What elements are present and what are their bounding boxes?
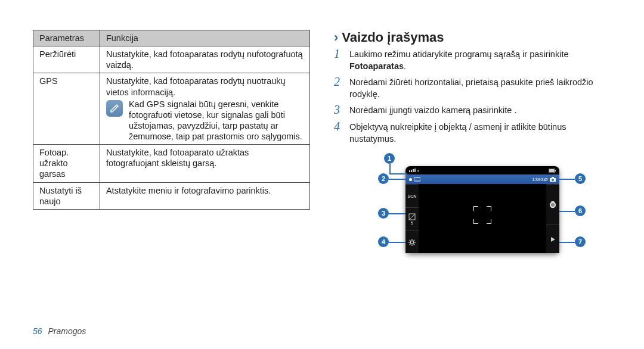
step-1-text-c: .: [404, 61, 406, 71]
chevron-right-icon: ›: [334, 30, 338, 45]
svg-rect-2: [555, 170, 556, 172]
record-icon: [409, 178, 412, 181]
svg-line-15: [410, 244, 411, 245]
table-row: GPS Nustatykite, kad fotoaparatas rodytų…: [33, 73, 310, 145]
camera-diagram: • 1393Ø: [354, 153, 611, 260]
exposure-icon: [408, 213, 416, 220]
shutter-icon: [549, 201, 556, 208]
section-title: Vaizdo įrašymas: [342, 30, 444, 45]
time-counter: 1393Ø: [532, 177, 548, 182]
step-3: Norėdami įjungti vaizdo kamerą pasirinki…: [334, 105, 611, 117]
param-shutter: Fotoap. užrakto garsas: [33, 145, 100, 182]
camera-screen: • 1393Ø: [405, 166, 559, 253]
scn-label: SCN: [408, 194, 417, 198]
step-2-text: Norėdami žiūrėti horizontaliai, prietais…: [349, 77, 611, 100]
status-bar: •: [405, 166, 559, 174]
footer-label: Pramogos: [48, 326, 86, 336]
param-reset: Nustatyti iš naujo: [33, 182, 100, 209]
func-shutter: Nustatykite, kad fotoaparato užraktas fo…: [100, 145, 309, 182]
step-4-text: Objektyvą nukreipkite į objektą / asmenį…: [349, 121, 611, 145]
step-2: Norėdami žiūrėti horizontaliai, prietais…: [334, 77, 611, 100]
note-icon: [106, 100, 123, 117]
play-item: [546, 225, 559, 254]
step-1-text-a: Laukimo režimu atidarykite programų sąra…: [349, 49, 568, 59]
page-footer: 56 Pramogos: [33, 326, 86, 336]
section-heading: › Vaizdo įrašymas: [334, 30, 611, 45]
gps-note: Kad GPS signalai būtų geresni, venkite f…: [129, 99, 304, 142]
svg-rect-6: [552, 177, 554, 178]
gear-icon: [408, 239, 416, 246]
svg-rect-1: [549, 169, 554, 172]
th-param: Parametras: [33, 30, 100, 46]
status-dot: •: [417, 169, 419, 173]
settings-item: [405, 230, 419, 254]
svg-point-8: [410, 241, 413, 244]
func-reset: Atstatykite meniu ir fotografavimo parin…: [100, 182, 309, 209]
right-toolbar: [546, 184, 559, 253]
param-review: Peržiūrėti: [33, 46, 100, 73]
scn-item: SCN: [405, 184, 419, 207]
top-bar: 1393Ø: [405, 174, 559, 184]
camera-icon: [550, 176, 556, 182]
signal-icon: [409, 169, 416, 172]
callout-2: 2: [378, 173, 389, 184]
th-func: Funkcija: [100, 30, 309, 46]
callout-5: 5: [575, 173, 586, 184]
parameters-table: Parametras Funkcija Peržiūrėti Nustatyki…: [33, 30, 310, 210]
page-number: 56: [33, 326, 42, 336]
step-3-text: Norėdami įjungti vaizdo kamerą pasirinki…: [349, 105, 516, 117]
svg-marker-20: [551, 237, 555, 242]
svg-line-14: [414, 244, 415, 245]
svg-point-18: [551, 203, 555, 207]
play-icon: [549, 236, 556, 243]
svg-line-13: [410, 239, 411, 241]
ev-item: 5: [405, 207, 419, 230]
param-gps: GPS: [33, 73, 100, 145]
step-4: Objektyvą nukreipkite į objektą / asmenį…: [334, 121, 611, 145]
svg-line-16: [414, 239, 415, 241]
shutter-item: [546, 184, 559, 225]
focus-brackets: [473, 206, 491, 224]
table-row: Nustatyti iš naujo Atstatykite meniu ir …: [33, 182, 310, 209]
svg-rect-3: [414, 177, 420, 181]
step-1-bold: Fotoaparatas: [349, 61, 404, 71]
ev-value: 5: [411, 221, 413, 225]
func-gps: Nustatykite, kad fotoaparatas rodytų nuo…: [100, 73, 309, 145]
callout-4: 4: [378, 236, 389, 247]
svg-point-5: [552, 179, 554, 181]
callout-3: 3: [378, 208, 389, 219]
gps-line1: Nustatykite, kad fotoaparatas rodytų nuo…: [106, 76, 304, 97]
battery-icon: [549, 169, 556, 173]
callout-7: 7: [575, 236, 586, 247]
table-row: Peržiūrėti Nustatykite, kad fotoaparatas…: [33, 46, 310, 73]
left-toolbar: SCN 5: [405, 184, 419, 253]
steps-list: Laukimo režimu atidarykite programų sąra…: [334, 49, 611, 145]
callout-1: 1: [384, 153, 395, 164]
table-row: Fotoap. užrakto garsas Nustatykite, kad …: [33, 145, 310, 182]
mode-icon: [414, 177, 420, 182]
svg-rect-19: [551, 201, 554, 202]
func-review: Nustatykite, kad fotoaparatas rodytų nuf…: [100, 46, 309, 73]
step-1: Laukimo režimu atidarykite programų sąra…: [334, 49, 611, 72]
callout-6: 6: [575, 205, 586, 216]
